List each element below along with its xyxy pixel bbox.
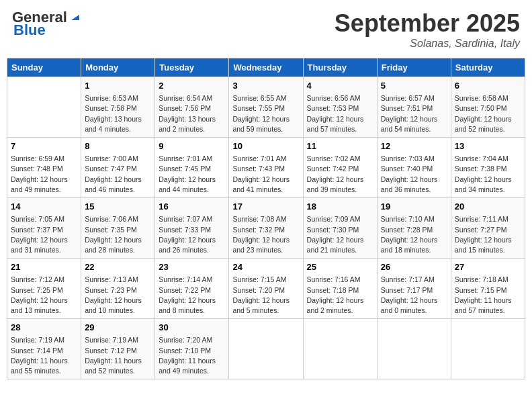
day-info: Sunrise: 7:11 AMSunset: 7:27 PMDaylight:…	[455, 214, 521, 255]
day-number: 23	[159, 261, 225, 273]
calendar-cell: 11Sunrise: 7:02 AMSunset: 7:42 PMDayligh…	[303, 138, 377, 198]
day-number: 13	[455, 140, 521, 152]
calendar-cell: 7Sunrise: 6:59 AMSunset: 7:48 PMDaylight…	[7, 138, 81, 198]
calendar-week-row: 1Sunrise: 6:53 AMSunset: 7:58 PMDaylight…	[7, 77, 525, 138]
day-number: 29	[85, 322, 151, 334]
day-info: Sunrise: 7:17 AMSunset: 7:17 PMDaylight:…	[381, 275, 447, 316]
calendar-cell: 3Sunrise: 6:55 AMSunset: 7:55 PMDaylight…	[229, 77, 303, 138]
calendar-cell	[377, 319, 451, 379]
day-number: 17	[232, 201, 299, 213]
calendar-cell: 27Sunrise: 7:18 AMSunset: 7:15 PMDayligh…	[451, 259, 525, 319]
logo-blue: Blue	[13, 21, 46, 39]
day-number: 4	[307, 80, 373, 92]
day-info: Sunrise: 7:01 AMSunset: 7:45 PMDaylight:…	[159, 154, 225, 195]
day-info: Sunrise: 7:06 AMSunset: 7:35 PMDaylight:…	[85, 214, 151, 255]
day-number: 16	[159, 201, 225, 213]
day-info: Sunrise: 7:15 AMSunset: 7:20 PMDaylight:…	[232, 275, 299, 316]
logo-arrow-icon	[69, 9, 82, 23]
day-number: 9	[159, 140, 225, 152]
day-number: 22	[85, 261, 151, 273]
title-block: September 2025 Solanas, Sardinia, Italy	[335, 9, 520, 50]
day-number: 28	[11, 322, 77, 334]
calendar-week-row: 14Sunrise: 7:05 AMSunset: 7:37 PMDayligh…	[7, 198, 525, 259]
day-info: Sunrise: 7:10 AMSunset: 7:28 PMDaylight:…	[381, 214, 447, 255]
day-info: Sunrise: 7:19 AMSunset: 7:12 PMDaylight:…	[85, 335, 151, 376]
weekday-header-thursday: Thursday	[303, 58, 377, 77]
weekday-header-saturday: Saturday	[451, 58, 525, 77]
calendar-cell: 28Sunrise: 7:19 AMSunset: 7:14 PMDayligh…	[7, 319, 81, 379]
day-info: Sunrise: 7:12 AMSunset: 7:25 PMDaylight:…	[11, 275, 77, 316]
day-number: 24	[232, 261, 299, 273]
day-number: 25	[307, 261, 373, 273]
calendar-cell: 15Sunrise: 7:06 AMSunset: 7:35 PMDayligh…	[81, 198, 155, 259]
day-number: 12	[381, 140, 447, 152]
day-number: 11	[307, 140, 373, 152]
calendar-cell: 19Sunrise: 7:10 AMSunset: 7:28 PMDayligh…	[377, 198, 451, 259]
calendar-cell: 8Sunrise: 7:00 AMSunset: 7:47 PMDaylight…	[81, 138, 155, 198]
day-number: 10	[232, 140, 299, 152]
day-info: Sunrise: 6:55 AMSunset: 7:55 PMDaylight:…	[232, 93, 299, 134]
calendar-cell: 18Sunrise: 7:09 AMSunset: 7:30 PMDayligh…	[303, 198, 377, 259]
day-info: Sunrise: 6:58 AMSunset: 7:50 PMDaylight:…	[455, 93, 521, 134]
day-number: 19	[381, 201, 447, 213]
calendar-cell: 25Sunrise: 7:16 AMSunset: 7:18 PMDayligh…	[303, 259, 377, 319]
calendar-cell: 24Sunrise: 7:15 AMSunset: 7:20 PMDayligh…	[229, 259, 303, 319]
weekday-header-tuesday: Tuesday	[155, 58, 229, 77]
day-info: Sunrise: 7:04 AMSunset: 7:38 PMDaylight:…	[455, 154, 521, 195]
weekday-header-monday: Monday	[81, 58, 155, 77]
day-number: 2	[159, 80, 225, 92]
day-number: 7	[11, 140, 77, 152]
weekday-header-friday: Friday	[377, 58, 451, 77]
day-info: Sunrise: 7:08 AMSunset: 7:32 PMDaylight:…	[232, 214, 299, 255]
day-number: 18	[307, 201, 373, 213]
day-info: Sunrise: 7:09 AMSunset: 7:30 PMDaylight:…	[307, 214, 373, 255]
calendar-cell: 23Sunrise: 7:14 AMSunset: 7:22 PMDayligh…	[155, 259, 229, 319]
calendar-cell: 26Sunrise: 7:17 AMSunset: 7:17 PMDayligh…	[377, 259, 451, 319]
weekday-header-sunday: Sunday	[7, 58, 81, 77]
calendar-cell: 21Sunrise: 7:12 AMSunset: 7:25 PMDayligh…	[7, 259, 81, 319]
day-info: Sunrise: 7:16 AMSunset: 7:18 PMDaylight:…	[307, 275, 373, 316]
calendar-cell	[229, 319, 303, 379]
calendar-cell: 6Sunrise: 6:58 AMSunset: 7:50 PMDaylight…	[451, 77, 525, 138]
calendar-cell	[451, 319, 525, 379]
day-info: Sunrise: 7:13 AMSunset: 7:23 PMDaylight:…	[85, 275, 151, 316]
calendar-cell: 12Sunrise: 7:03 AMSunset: 7:40 PMDayligh…	[377, 138, 451, 198]
day-number: 5	[381, 80, 447, 92]
day-number: 20	[455, 201, 521, 213]
calendar-cell: 1Sunrise: 6:53 AMSunset: 7:58 PMDaylight…	[81, 77, 155, 138]
calendar-cell	[303, 319, 377, 379]
calendar-week-row: 21Sunrise: 7:12 AMSunset: 7:25 PMDayligh…	[7, 259, 525, 319]
calendar-cell: 29Sunrise: 7:19 AMSunset: 7:12 PMDayligh…	[81, 319, 155, 379]
calendar-cell: 10Sunrise: 7:01 AMSunset: 7:43 PMDayligh…	[229, 138, 303, 198]
day-number: 6	[455, 80, 521, 92]
day-info: Sunrise: 7:20 AMSunset: 7:10 PMDaylight:…	[159, 335, 225, 376]
calendar-cell: 14Sunrise: 7:05 AMSunset: 7:37 PMDayligh…	[7, 198, 81, 259]
day-info: Sunrise: 7:02 AMSunset: 7:42 PMDaylight:…	[307, 154, 373, 195]
logo: General Blue	[12, 9, 82, 39]
calendar-cell: 9Sunrise: 7:01 AMSunset: 7:45 PMDaylight…	[155, 138, 229, 198]
day-info: Sunrise: 7:00 AMSunset: 7:47 PMDaylight:…	[85, 154, 151, 195]
weekday-header-wednesday: Wednesday	[229, 58, 303, 77]
calendar-cell: 22Sunrise: 7:13 AMSunset: 7:23 PMDayligh…	[81, 259, 155, 319]
calendar-cell: 4Sunrise: 6:56 AMSunset: 7:53 PMDaylight…	[303, 77, 377, 138]
day-number: 1	[85, 80, 151, 92]
day-number: 21	[11, 261, 77, 273]
calendar-cell: 13Sunrise: 7:04 AMSunset: 7:38 PMDayligh…	[451, 138, 525, 198]
day-info: Sunrise: 7:19 AMSunset: 7:14 PMDaylight:…	[11, 335, 77, 376]
calendar-cell: 16Sunrise: 7:07 AMSunset: 7:33 PMDayligh…	[155, 198, 229, 259]
day-number: 15	[85, 201, 151, 213]
calendar-cell: 5Sunrise: 6:57 AMSunset: 7:51 PMDaylight…	[377, 77, 451, 138]
day-info: Sunrise: 6:59 AMSunset: 7:48 PMDaylight:…	[11, 154, 77, 195]
day-number: 27	[455, 261, 521, 273]
day-info: Sunrise: 7:07 AMSunset: 7:33 PMDaylight:…	[159, 214, 225, 255]
location: Solanas, Sardinia, Italy	[335, 38, 520, 50]
day-info: Sunrise: 7:14 AMSunset: 7:22 PMDaylight:…	[159, 275, 225, 316]
calendar-body: 1Sunrise: 6:53 AMSunset: 7:58 PMDaylight…	[7, 77, 525, 379]
day-info: Sunrise: 6:56 AMSunset: 7:53 PMDaylight:…	[307, 93, 373, 134]
day-info: Sunrise: 7:03 AMSunset: 7:40 PMDaylight:…	[381, 154, 447, 195]
day-number: 30	[159, 322, 225, 334]
day-info: Sunrise: 7:18 AMSunset: 7:15 PMDaylight:…	[455, 275, 521, 316]
calendar-cell: 2Sunrise: 6:54 AMSunset: 7:56 PMDaylight…	[155, 77, 229, 138]
calendar-week-row: 7Sunrise: 6:59 AMSunset: 7:48 PMDaylight…	[7, 138, 525, 198]
day-info: Sunrise: 6:53 AMSunset: 7:58 PMDaylight:…	[85, 93, 151, 134]
